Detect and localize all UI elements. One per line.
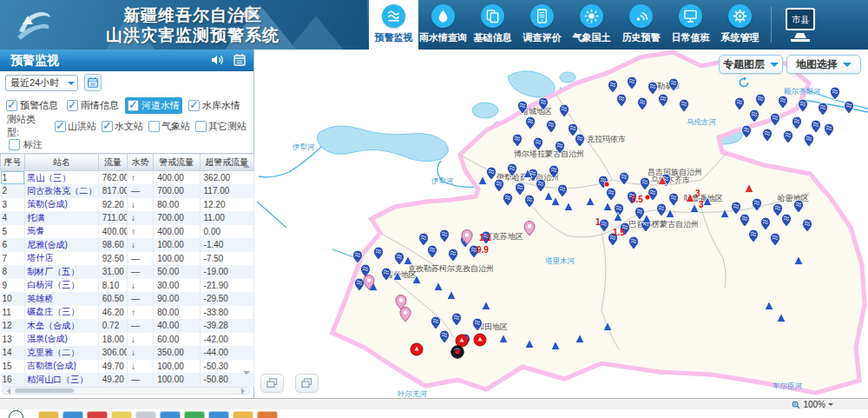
station-type-checkbox[interactable] bbox=[55, 121, 66, 132]
nav-item-water-drop[interactable]: 雨水情查询 bbox=[418, 0, 468, 50]
table-row[interactable]: 8制材厂（五）31.00—50.00-19.00 bbox=[1, 265, 254, 279]
cell-over: 362.00 bbox=[200, 171, 253, 185]
station-type-checkbox[interactable] bbox=[102, 121, 113, 132]
annotate-toggle[interactable]: 标注 bbox=[9, 137, 43, 151]
filter-toggle[interactable]: 预警信息 bbox=[3, 97, 61, 114]
table-row[interactable]: 12木垒（合成）0.72—40.00-39.28 bbox=[1, 319, 254, 333]
scrollbar-thumb[interactable] bbox=[15, 388, 74, 393]
alert-dot-marker[interactable] bbox=[645, 195, 650, 200]
hydrologic-station-marker[interactable] bbox=[825, 123, 834, 136]
station-type-toggle[interactable]: 水文站 bbox=[102, 120, 143, 133]
table-row[interactable]: 14克里雅（二）306.00↓350.00-44.00 bbox=[1, 346, 254, 360]
filter-toggle[interactable]: 水库水情 bbox=[186, 97, 243, 114]
start-button[interactable] bbox=[9, 410, 23, 418]
alert-circle-marker[interactable] bbox=[456, 335, 468, 347]
taskbar-app-button[interactable] bbox=[233, 411, 253, 418]
table-row[interactable]: 1黑山（三）762.00↑400.00362.00 bbox=[1, 171, 254, 185]
scroll-down-arrow[interactable] bbox=[243, 371, 250, 378]
taskbar-app-button[interactable] bbox=[135, 411, 156, 418]
table-row[interactable]: 3策勒(合成)92.20↓80.0012.20 bbox=[1, 198, 254, 212]
taskbar-app-button[interactable] bbox=[208, 411, 229, 418]
nav-item-flood-monitor[interactable]: 预警监视 bbox=[369, 0, 418, 50]
table-row[interactable]: 10英雄桥60.50—90.00-29.50 bbox=[1, 292, 254, 306]
windows-taskbar[interactable] bbox=[0, 409, 868, 418]
thematic-layers-button[interactable]: 专题图层 bbox=[719, 55, 783, 74]
horizontal-scrollbar[interactable] bbox=[2, 387, 250, 395]
hydrologic-station-marker[interactable] bbox=[742, 125, 752, 138]
hydrologic-station-marker[interactable] bbox=[771, 113, 780, 126]
table-row[interactable]: 9白杨河（三）8.10↓30.00-21.90 bbox=[1, 279, 254, 293]
hydrologic-station-marker[interactable] bbox=[805, 134, 814, 147]
column-header[interactable]: 站名 bbox=[25, 154, 99, 171]
taskbar-clock-area[interactable] bbox=[814, 410, 865, 418]
taskbar-app-button[interactable] bbox=[160, 411, 181, 418]
filter-toggle[interactable]: 河道水情 bbox=[125, 97, 182, 114]
filter-checkbox[interactable] bbox=[128, 100, 139, 111]
cell-trend: ↑ bbox=[127, 171, 153, 185]
time-range-select[interactable]: 最近24小时 bbox=[5, 75, 78, 91]
hydrologic-station-marker[interactable] bbox=[812, 120, 821, 133]
table-row[interactable]: 15吉勒德(合成)49.70↓100.00-50.30 bbox=[1, 360, 254, 374]
date-picker-button[interactable] bbox=[84, 74, 102, 91]
hydrologic-station-marker[interactable] bbox=[784, 130, 793, 143]
station-type-checkbox[interactable] bbox=[195, 121, 207, 132]
table-row[interactable]: 13温泉(合成)18.00↓60.00-42.00 bbox=[1, 333, 254, 347]
station-type-checkbox[interactable] bbox=[148, 121, 160, 132]
nav-item-clipboard[interactable]: 调查评价 bbox=[517, 0, 567, 50]
station-type-toggle[interactable]: 山洪站 bbox=[55, 120, 96, 133]
column-header[interactable]: 序号 bbox=[1, 154, 25, 171]
alert-circle-marker[interactable] bbox=[474, 334, 486, 346]
calendar-icon[interactable] bbox=[231, 51, 248, 69]
cascade-windows-button[interactable] bbox=[295, 374, 319, 393]
hydrologic-station-marker[interactable] bbox=[819, 103, 828, 116]
station-type-toggle[interactable]: 其它测站 bbox=[195, 120, 247, 133]
river-stations-table: 序号站名流量水势警戒流量超警戒流量 1黑山（三）762.00↑400.00362… bbox=[0, 153, 254, 387]
nav-item-gear[interactable]: 系统管理 bbox=[715, 0, 765, 50]
table-row[interactable]: 16精河山口（三）49.20—100.00-50.80 bbox=[1, 373, 254, 387]
magnifier-icon bbox=[792, 401, 800, 409]
cascade-windows-button[interactable] bbox=[260, 374, 284, 393]
hydrologic-station-marker[interactable] bbox=[845, 101, 854, 114]
station-type-toggle[interactable]: 气象站 bbox=[148, 120, 190, 133]
hydrologic-station-marker[interactable] bbox=[831, 87, 840, 100]
filter-checkbox[interactable] bbox=[188, 100, 200, 111]
table-row[interactable]: 2同古孜洛克（二）817.00—700.00117.00 bbox=[1, 184, 254, 198]
column-header[interactable]: 流量 bbox=[98, 154, 127, 171]
map-select-button[interactable]: 地图选择 bbox=[786, 55, 861, 74]
nav-item-documents[interactable]: 基础信息 bbox=[468, 0, 517, 50]
filter-toggle[interactable]: 雨情信息 bbox=[64, 97, 122, 114]
scroll-right-arrow[interactable] bbox=[241, 388, 248, 395]
table-row[interactable]: 7塔什店92.50—100.00-7.50 bbox=[1, 252, 254, 266]
filter-checkbox[interactable] bbox=[67, 100, 78, 111]
taskbar-app-button[interactable] bbox=[111, 411, 132, 418]
table-row[interactable]: 11碾盘庄（三）46.20↑80.00-33.80 bbox=[1, 306, 254, 320]
hydrologic-station-marker[interactable] bbox=[799, 99, 808, 112]
alert-circle-marker[interactable] bbox=[411, 343, 423, 355]
column-header[interactable]: 警戒流量 bbox=[154, 154, 200, 171]
alert-dot-marker[interactable] bbox=[604, 182, 609, 187]
nav-item-signal[interactable]: 历史预警 bbox=[616, 0, 666, 50]
taskbar-app-button[interactable] bbox=[257, 411, 278, 418]
taskbar-app-button[interactable] bbox=[62, 411, 83, 418]
taskbar-app-button[interactable] bbox=[87, 411, 108, 418]
hydrologic-station-marker[interactable] bbox=[792, 116, 802, 129]
city-county-button[interactable]: 市县 bbox=[778, 5, 823, 45]
nav-item-monitor[interactable]: 日常值班 bbox=[666, 0, 715, 50]
speaker-icon[interactable] bbox=[208, 51, 226, 69]
cell-name: 碾盘庄（三） bbox=[25, 306, 99, 320]
annotate-checkbox[interactable] bbox=[9, 139, 20, 150]
scroll-left-arrow[interactable] bbox=[3, 388, 10, 395]
nav-item-sun[interactable]: 气象国土 bbox=[567, 0, 616, 50]
hydrologic-station-marker[interactable] bbox=[763, 129, 773, 142]
refresh-icon[interactable] bbox=[738, 76, 750, 89]
taskbar-app-button[interactable] bbox=[38, 411, 59, 418]
column-header[interactable]: 水势 bbox=[127, 154, 153, 171]
table-row[interactable]: 5焉耆400.00↑400.000.00 bbox=[1, 225, 254, 239]
table-row[interactable]: 6尼雅(合成)98.60↓100.00-1.40 bbox=[1, 238, 254, 252]
map-area[interactable]: 额尔齐斯河乌伦古河伊犁河伊犁河塔里木河叶尔羌河车尔臣河 塔城地区阿勒泰市克拉玛依… bbox=[254, 50, 868, 398]
filter-checkbox[interactable] bbox=[6, 100, 17, 111]
taskbar-app-button[interactable] bbox=[184, 411, 205, 418]
table-row[interactable]: 4托满711.00↓700.0011.00 bbox=[1, 211, 254, 225]
severe-alert-marker[interactable] bbox=[451, 346, 464, 358]
scroll-up-arrow[interactable] bbox=[243, 161, 250, 168]
